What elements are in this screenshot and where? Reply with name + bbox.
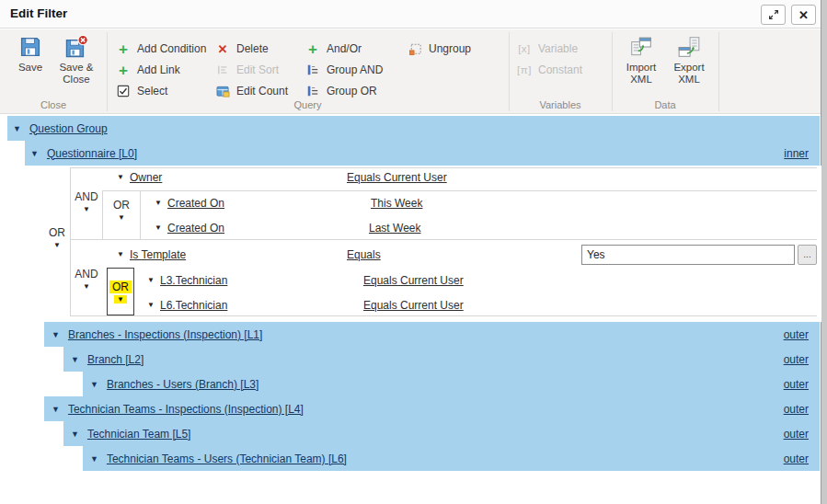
field-triangle-icon[interactable]: ▼ xyxy=(117,250,124,258)
join-type-outer-link[interactable]: outer xyxy=(784,428,809,441)
grid-line xyxy=(70,239,817,240)
field-link-created-on-2[interactable]: Created On xyxy=(167,222,224,235)
field-triangle-icon[interactable]: ▼ xyxy=(147,276,155,284)
collapse-triangle-icon[interactable]: ▼ xyxy=(90,380,98,389)
close-button[interactable]: ✕ xyxy=(791,5,816,25)
group2-and-label: AND xyxy=(75,268,98,281)
group2-or-operator-selected[interactable]: OR ▼ xyxy=(107,268,134,315)
constant-icon: [π] xyxy=(517,64,532,75)
value-link-l3-equals-current-user[interactable]: Equals Current User xyxy=(363,274,464,287)
operator-link-equals[interactable]: Equals xyxy=(347,248,381,261)
join-type-outer-link[interactable]: outer xyxy=(784,452,809,465)
dropdown-triangle-icon[interactable]: ▼ xyxy=(83,205,90,213)
maximize-button[interactable] xyxy=(761,5,786,25)
variable-label: Variable xyxy=(538,42,578,55)
dropdown-triangle-icon[interactable]: ▼ xyxy=(83,282,90,291)
grid-line xyxy=(70,167,817,168)
filter-condition-panel: OR ▼ AND ▼ OR ▼ AND ▼ OR ▼ ▼ Owner Equal… xyxy=(0,166,821,322)
collapse-triangle-icon[interactable]: ▼ xyxy=(52,405,60,414)
field-link-l6-technician[interactable]: L6.Technician xyxy=(160,299,227,312)
tree-row-branches-users-l3[interactable]: ▼ Branches - Users (Branch) [L3] outer xyxy=(83,372,820,396)
export-xml-button[interactable]: Export XML xyxy=(666,35,712,99)
export-xml-icon xyxy=(677,35,701,59)
group-separator xyxy=(718,32,719,111)
tree-row-technician-teams-inspections-l4[interactable]: ▼ Technician Teams - Inspections (Inspec… xyxy=(44,396,820,421)
dropdown-triangle-icon[interactable]: ▼ xyxy=(118,213,125,222)
add-link-button[interactable]: + Add Link xyxy=(116,61,180,79)
value-link-this-week[interactable]: This Week xyxy=(371,197,422,210)
outer-or-operator[interactable]: OR ▼ xyxy=(44,226,70,249)
tree-row-technician-teams-users-l6[interactable]: ▼ Technician Teams - Users (Technician T… xyxy=(83,446,820,471)
field-triangle-icon[interactable]: ▼ xyxy=(155,223,162,232)
save-and-close-button[interactable]: Save & Close xyxy=(53,35,99,99)
tree-link-branches-inspections-l1[interactable]: Branches - Inspections (Inspection) [L1] xyxy=(68,328,262,341)
tree-link-technician-team-l5[interactable]: Technician Team [L5] xyxy=(87,428,191,441)
group1-or-label: OR xyxy=(113,199,130,212)
join-type-outer-link[interactable]: outer xyxy=(784,378,809,391)
tree-row-questionnaire-l0[interactable]: ▼ Questionnaire [L0] inner xyxy=(25,141,820,166)
plus-icon: + xyxy=(305,41,320,57)
field-triangle-icon[interactable]: ▼ xyxy=(147,301,155,309)
close-icon: ✕ xyxy=(798,8,809,22)
value-link-owner[interactable]: Equals Current User xyxy=(347,171,447,184)
field-triangle-icon[interactable]: ▼ xyxy=(155,199,162,207)
export-xml-label: Export XML xyxy=(673,62,704,86)
collapse-triangle-icon[interactable]: ▼ xyxy=(71,430,79,439)
group2-or-label: OR xyxy=(109,281,132,293)
group-or-button[interactable]: Group OR xyxy=(305,82,377,100)
field-link-created-on-1[interactable]: Created On xyxy=(167,197,224,210)
tree-link-questionnaire-l0[interactable]: Questionnaire [L0] xyxy=(47,147,137,160)
variable-button: [x] Variable xyxy=(517,40,578,58)
collapse-triangle-icon[interactable]: ▼ xyxy=(90,454,98,464)
tree-row-branches-inspections-l1[interactable]: ▼ Branches - Inspections (Inspection) [L… xyxy=(44,322,820,347)
group2-and-operator[interactable]: AND ▼ xyxy=(71,268,102,291)
field-link-l3-technician[interactable]: L3.Technician xyxy=(160,274,227,287)
edit-count-button[interactable]: Edit Count xyxy=(215,82,288,100)
tree-link-branch-l2[interactable]: Branch [L2] xyxy=(87,353,144,366)
add-condition-button[interactable]: + Add Condition xyxy=(116,40,206,58)
tree-row-question-group[interactable]: ▼ Question Group xyxy=(7,116,820,141)
ungroup-icon xyxy=(408,42,422,56)
collapse-triangle-icon[interactable]: ▼ xyxy=(13,124,21,133)
value-link-last-week[interactable]: Last Week xyxy=(369,222,420,235)
import-xml-button[interactable]: Import XML xyxy=(618,35,664,99)
save-button[interactable]: Save xyxy=(7,35,53,99)
tree-link-question-group[interactable]: Question Group xyxy=(29,122,108,135)
join-type-outer-link[interactable]: outer xyxy=(784,328,809,341)
maximize-icon xyxy=(767,8,780,21)
join-type-outer-link[interactable]: outer xyxy=(784,353,809,366)
browse-ellipsis-button[interactable]: ... xyxy=(798,245,817,265)
value-link-l6-equals-current-user[interactable]: Equals Current User xyxy=(363,299,464,312)
tree-row-branch-l2[interactable]: ▼ Branch [L2] outer xyxy=(63,347,820,372)
constant-label: Constant xyxy=(538,63,582,76)
group1-and-operator[interactable]: AND ▼ xyxy=(71,190,102,213)
add-condition-label: Add Condition xyxy=(137,42,206,55)
group-or-icon xyxy=(305,85,320,97)
import-xml-icon xyxy=(629,35,653,59)
delete-button[interactable]: ✕ Delete xyxy=(215,40,269,58)
edit-filter-dialog: Edit Filter ✕ Save xyxy=(0,0,821,504)
tree-link-technician-teams-inspections-l4[interactable]: Technician Teams - Inspections (Inspecti… xyxy=(68,403,304,416)
variable-icon: [x] xyxy=(517,43,532,54)
delete-label: Delete xyxy=(236,42,269,55)
tree-row-technician-team-l5[interactable]: ▼ Technician Team [L5] outer xyxy=(63,421,820,446)
field-link-is-template[interactable]: Is Template xyxy=(130,248,186,261)
field-link-owner[interactable]: Owner xyxy=(130,171,162,184)
tree-link-branches-users-l3[interactable]: Branches - Users (Branch) [L3] xyxy=(107,378,258,391)
join-type-outer-link[interactable]: outer xyxy=(784,403,809,416)
group-and-button[interactable]: Group AND xyxy=(305,61,383,79)
collapse-triangle-icon[interactable]: ▼ xyxy=(71,355,79,364)
field-triangle-icon[interactable]: ▼ xyxy=(117,173,124,181)
is-template-value-input[interactable] xyxy=(581,245,795,265)
and-or-button[interactable]: + And/Or xyxy=(305,40,362,58)
collapse-triangle-icon[interactable]: ▼ xyxy=(30,149,39,158)
group1-or-operator[interactable]: OR ▼ xyxy=(104,199,139,222)
join-type-inner-link[interactable]: inner xyxy=(784,147,809,160)
dropdown-triangle-icon[interactable]: ▼ xyxy=(53,241,61,249)
ungroup-button[interactable]: Ungroup xyxy=(408,40,471,58)
tree-link-technician-teams-users-l6[interactable]: Technician Teams - Users (Technician Tea… xyxy=(107,452,347,465)
dropdown-triangle-icon[interactable]: ▼ xyxy=(114,295,127,304)
collapse-triangle-icon[interactable]: ▼ xyxy=(52,330,60,339)
group-or-label: Group OR xyxy=(327,85,377,97)
select-button[interactable]: Select xyxy=(116,82,167,100)
